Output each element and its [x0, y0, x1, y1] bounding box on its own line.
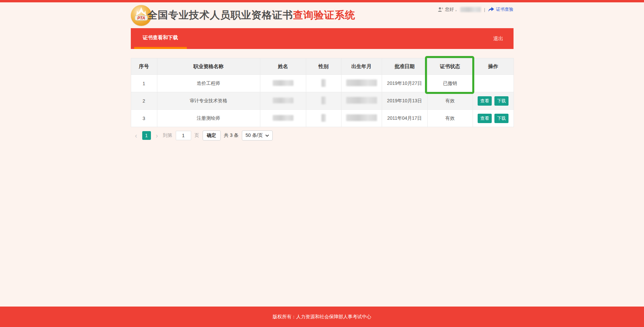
- download-button[interactable]: 下载: [494, 114, 508, 123]
- prev-page-arrow[interactable]: ‹: [133, 132, 139, 139]
- view-button[interactable]: 查看: [478, 114, 492, 123]
- page-size-label: 50 条/页: [246, 132, 263, 139]
- view-button[interactable]: 查看: [478, 96, 492, 106]
- certificate-table-card: 序号职业资格名称姓名性别出生年月批准日期证书状态操作 1造价工程师2019年10…: [131, 58, 514, 127]
- table-row: 2审计专业技术资格2019年10月13日有效查看下载: [131, 92, 514, 110]
- cell-status: 有效: [427, 110, 473, 127]
- confirm-button[interactable]: 确定: [203, 130, 221, 141]
- column-header-0: 序号: [131, 58, 157, 75]
- copyright-text: 版权所有：人力资源和社会保障部人事考试中心: [273, 314, 371, 320]
- cell-status: 已撤销: [427, 75, 473, 92]
- cell-qualification: 注册测绘师: [157, 110, 260, 127]
- cell-index: 2: [131, 92, 157, 110]
- redacted-name: [273, 98, 293, 103]
- table-row: 1造价工程师2019年10月27日已撤销: [131, 75, 514, 92]
- page-header: PTA 全国专业技术人员职业资格证书查询验证系统 您好， | 证书查验: [131, 2, 514, 28]
- redacted-gender: [321, 114, 326, 122]
- column-header-6: 证书状态: [427, 58, 473, 75]
- cell-name: [260, 92, 306, 110]
- pagination-bar: ‹ 1 › 到第 页 确定 共 3 条 50 条/页: [131, 129, 514, 142]
- share-arrow-icon: [488, 7, 494, 12]
- cell-birth: [341, 75, 382, 92]
- footer-bar: 版权所有：人力资源和社会保障部人事考试中心: [0, 307, 644, 327]
- goto-prefix-label: 到第: [163, 132, 172, 139]
- cell-index: 3: [131, 110, 157, 127]
- user-bar: 您好， | 证书查验: [438, 6, 513, 12]
- cell-gender: [306, 92, 341, 110]
- redacted-name: [273, 80, 293, 86]
- cell-birth: [341, 92, 382, 110]
- redacted-gender: [321, 79, 326, 87]
- redacted-birth: [346, 97, 377, 104]
- table-row: 3注册测绘师2011年04月17日有效查看下载: [131, 110, 514, 127]
- title-accent: 查询验证系统: [293, 8, 356, 22]
- cell-qualification: 造价工程师: [157, 75, 260, 92]
- cell-name: [260, 75, 306, 92]
- cell-gender: [306, 110, 341, 127]
- table-header-row: 序号职业资格名称姓名性别出生年月批准日期证书状态操作: [131, 58, 514, 75]
- download-button[interactable]: 下载: [494, 96, 508, 106]
- cell-birth: [341, 110, 382, 127]
- certificate-verify-link[interactable]: 证书查验: [496, 6, 514, 12]
- goto-page-input[interactable]: [176, 131, 191, 140]
- user-icon: [438, 7, 443, 12]
- cell-approval-date: 2019年10月27日: [382, 75, 427, 92]
- cell-approval-date: 2011年04月17日: [382, 110, 427, 127]
- cell-actions: [473, 75, 514, 92]
- cell-name: [260, 110, 306, 127]
- tab-view-download[interactable]: 证书查看和下载: [134, 28, 187, 49]
- page-title: 全国专业技术人员职业资格证书查询验证系统: [148, 2, 356, 28]
- column-header-5: 批准日期: [382, 58, 427, 75]
- goto-suffix-label: 页: [195, 132, 199, 139]
- column-header-3: 性别: [306, 58, 341, 75]
- column-header-4: 出生年月: [341, 58, 382, 75]
- page-size-select[interactable]: 50 条/页: [242, 130, 273, 141]
- redacted-username: [460, 7, 481, 12]
- column-header-7: 操作: [473, 58, 514, 75]
- cell-qualification: 审计专业技术资格: [157, 92, 260, 110]
- table-body: 1造价工程师2019年10月27日已撤销2审计专业技术资格2019年10月13日…: [131, 75, 514, 127]
- separator: |: [484, 7, 485, 12]
- cell-actions: 查看下载: [473, 92, 514, 110]
- column-header-1: 职业资格名称: [157, 58, 260, 75]
- nav-bar: 证书查看和下载 退出: [131, 28, 514, 49]
- cell-index: 1: [131, 75, 157, 92]
- column-header-2: 姓名: [260, 58, 306, 75]
- redacted-name: [273, 115, 293, 121]
- chevron-down-icon: [265, 134, 269, 137]
- current-page-button[interactable]: 1: [142, 131, 151, 140]
- cell-gender: [306, 75, 341, 92]
- redacted-birth: [346, 114, 377, 121]
- redacted-birth: [346, 79, 377, 86]
- logo-text: PTA: [137, 16, 145, 20]
- total-count-label: 共 3 条: [224, 132, 239, 139]
- title-main: 全国专业技术人员职业资格证书: [148, 8, 293, 22]
- cell-approval-date: 2019年10月13日: [382, 92, 427, 110]
- redacted-gender: [321, 97, 326, 104]
- top-accent-bar: [0, 0, 644, 2]
- cell-status: 有效: [427, 92, 473, 110]
- cell-actions: 查看下载: [473, 110, 514, 127]
- certificate-table: 序号职业资格名称姓名性别出生年月批准日期证书状态操作 1造价工程师2019年10…: [131, 58, 514, 127]
- next-page-arrow[interactable]: ›: [154, 132, 160, 139]
- greeting-text: 您好，: [445, 6, 458, 12]
- logout-button[interactable]: 退出: [493, 28, 503, 49]
